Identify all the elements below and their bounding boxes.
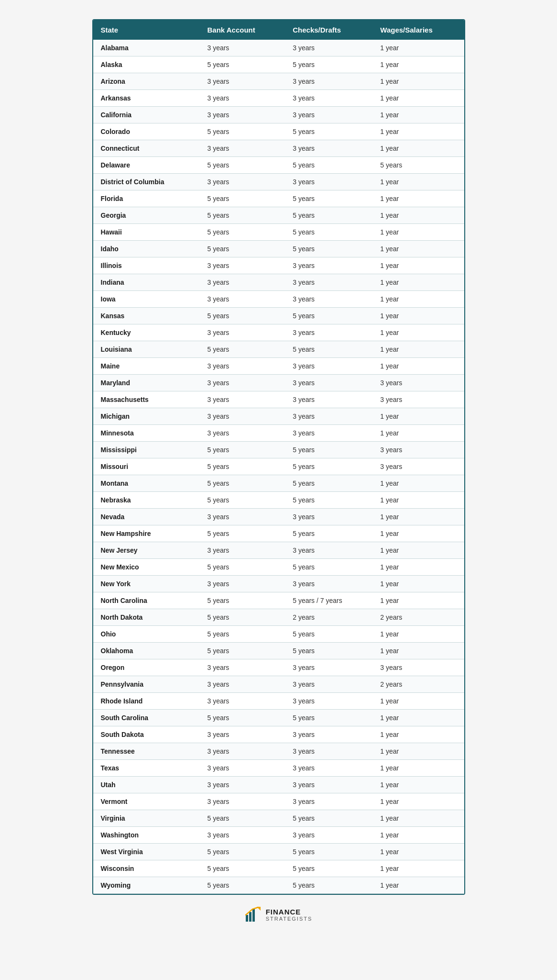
table-row: Montana5 years5 years1 year: [93, 475, 464, 492]
table-cell: 1 year: [372, 241, 464, 257]
state-name: District of Columbia: [93, 174, 200, 190]
table-cell: 1 year: [372, 643, 464, 659]
table-cell: 5 years: [285, 157, 372, 174]
table-cell: 1 year: [372, 760, 464, 777]
table-cell: 5 years: [285, 56, 372, 73]
table-cell: 5 years: [285, 207, 372, 224]
table-cell: 2 years: [285, 609, 372, 626]
table-cell: 3 years: [285, 391, 372, 408]
table-cell: 3 years: [199, 408, 285, 425]
table-row: West Virginia5 years5 years1 year: [93, 844, 464, 860]
table-cell: 5 years: [285, 626, 372, 643]
table-row: Tennessee3 years3 years1 year: [93, 743, 464, 760]
table-cell: 1 year: [372, 224, 464, 241]
table-row: Iowa3 years3 years1 year: [93, 291, 464, 308]
table-cell: 3 years: [285, 375, 372, 391]
table-cell: 1 year: [372, 810, 464, 827]
state-name: Wyoming: [93, 877, 200, 894]
table-cell: 5 years: [285, 860, 372, 877]
state-name: New Jersey: [93, 542, 200, 559]
table-cell: 5 years: [199, 458, 285, 475]
table-row: Louisiana5 years5 years1 year: [93, 341, 464, 358]
table-cell: 3 years: [199, 40, 285, 56]
state-name: Alabama: [93, 40, 200, 56]
table-row: New York3 years3 years1 year: [93, 576, 464, 592]
table-cell: 3 years: [285, 73, 372, 90]
table-row: New Mexico5 years5 years1 year: [93, 559, 464, 576]
state-name: New Mexico: [93, 559, 200, 576]
state-name: Kentucky: [93, 324, 200, 341]
table-cell: 5 years: [285, 190, 372, 207]
table-row: Kentucky3 years3 years1 year: [93, 324, 464, 341]
table-cell: 1 year: [372, 592, 464, 609]
logo-name-bottom: STRATEGISTS: [266, 916, 313, 922]
table-cell: 5 years: [285, 475, 372, 492]
state-name: Louisiana: [93, 341, 200, 358]
table-cell: 5 years: [285, 810, 372, 827]
table-cell: 5 years: [199, 844, 285, 860]
table-cell: 5 years: [199, 157, 285, 174]
table-cell: 5 years: [285, 710, 372, 726]
table-cell: 5 years: [285, 341, 372, 358]
table-row: Hawaii5 years5 years1 year: [93, 224, 464, 241]
logo-name-top: FINANCE: [266, 908, 313, 916]
table-row: Rhode Island3 years3 years1 year: [93, 693, 464, 710]
table-row: Maine3 years3 years1 year: [93, 358, 464, 375]
table-cell: 3 years: [285, 827, 372, 844]
table-cell: 1 year: [372, 827, 464, 844]
logo-container: FINANCE STRATEGISTS: [245, 906, 313, 924]
table-cell: 3 years: [372, 442, 464, 458]
state-name: Utah: [93, 777, 200, 793]
table-cell: 1 year: [372, 274, 464, 291]
table-row: Nebraska5 years5 years1 year: [93, 492, 464, 509]
table-row: North Carolina5 years5 years / 7 years1 …: [93, 592, 464, 609]
table-cell: 1 year: [372, 475, 464, 492]
state-name: Nebraska: [93, 492, 200, 509]
table-cell: 5 years: [199, 308, 285, 324]
table-cell: 3 years: [285, 777, 372, 793]
table-row: Georgia5 years5 years1 year: [93, 207, 464, 224]
table-cell: 1 year: [372, 525, 464, 542]
table-cell: 1 year: [372, 877, 464, 894]
table-row: Ohio5 years5 years1 year: [93, 626, 464, 643]
table-cell: 1 year: [372, 844, 464, 860]
table-row: Oregon3 years3 years3 years: [93, 659, 464, 676]
table-cell: 3 years: [199, 676, 285, 693]
table-cell: 5 years: [199, 626, 285, 643]
table-cell: 1 year: [372, 358, 464, 375]
state-name: Maine: [93, 358, 200, 375]
table-cell: 3 years: [199, 542, 285, 559]
state-name: Georgia: [93, 207, 200, 224]
table-row: Connecticut3 years3 years1 year: [93, 140, 464, 157]
state-data-table: State Bank Account Checks/Drafts Wages/S…: [93, 20, 464, 894]
table-cell: 1 year: [372, 40, 464, 56]
table-cell: 1 year: [372, 793, 464, 810]
table-cell: 3 years: [199, 777, 285, 793]
table-cell: 5 years: [199, 341, 285, 358]
state-name: Tennessee: [93, 743, 200, 760]
table-row: Minnesota3 years3 years1 year: [93, 425, 464, 442]
table-cell: 1 year: [372, 743, 464, 760]
state-name: Connecticut: [93, 140, 200, 157]
table-cell: 3 years: [285, 408, 372, 425]
table-cell: 5 years: [199, 525, 285, 542]
table-cell: 3 years: [285, 90, 372, 107]
table-cell: 3 years: [199, 576, 285, 592]
table-cell: 5 years: [285, 559, 372, 576]
state-name: Kansas: [93, 308, 200, 324]
table-cell: 5 years: [199, 877, 285, 894]
state-name: Delaware: [93, 157, 200, 174]
table-cell: 5 years: [285, 844, 372, 860]
state-name: Arkansas: [93, 90, 200, 107]
table-cell: 3 years: [285, 257, 372, 274]
table-cell: 3 years: [285, 140, 372, 157]
table-cell: 5 years: [199, 442, 285, 458]
svg-rect-0: [246, 915, 248, 922]
table-cell: 5 years: [199, 592, 285, 609]
state-name: Ohio: [93, 626, 200, 643]
table-cell: 3 years: [285, 509, 372, 525]
table-cell: 3 years: [199, 391, 285, 408]
svg-rect-2: [252, 909, 255, 922]
state-name: Montana: [93, 475, 200, 492]
state-name: Vermont: [93, 793, 200, 810]
